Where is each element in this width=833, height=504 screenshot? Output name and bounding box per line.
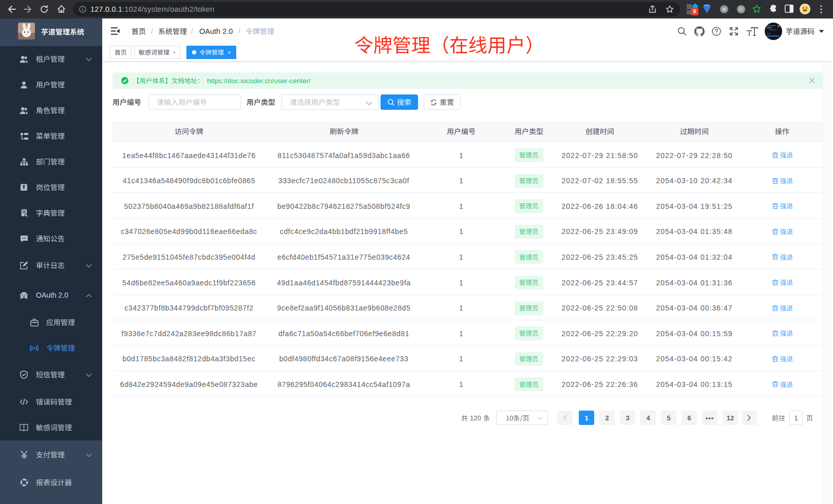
svg-text:⌘: ⌘ xyxy=(722,7,727,12)
